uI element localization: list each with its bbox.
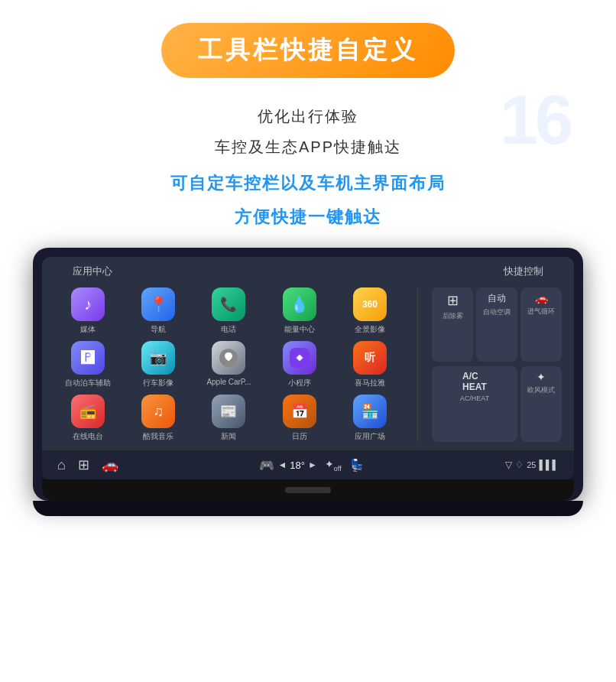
- list-item[interactable]: 📰 新闻: [195, 395, 262, 442]
- list-item[interactable]: 🅿 自动泊车辅助: [54, 341, 122, 388]
- app-label-news: 新闻: [221, 431, 236, 442]
- subtitle-line4: 方便快捷一键触达: [170, 200, 446, 234]
- app-icon-dashcam: 📷: [141, 341, 175, 375]
- subtitle-line2: 车控及生态APP快捷触达: [170, 132, 446, 162]
- app-label-phone: 电话: [221, 324, 236, 335]
- grid-icon[interactable]: ⊞: [78, 456, 89, 473]
- ctrl-rear-fog-label: 后除雾: [443, 311, 463, 321]
- app-label-miniapp: 小程序: [288, 378, 311, 388]
- air-intake-icon: 🚗: [535, 292, 548, 304]
- app-center-label: 应用中心: [73, 265, 112, 278]
- list-item[interactable]: Apple CarP...: [195, 341, 262, 388]
- car-icon[interactable]: 🚗: [102, 456, 118, 473]
- signal-value: 25: [527, 460, 536, 469]
- home-icon[interactable]: ⌂: [57, 457, 66, 473]
- app-icon-energy: 💧: [283, 287, 316, 321]
- app-icon-appstore: 🏪: [353, 395, 387, 428]
- app-icon-radio: 📻: [71, 395, 105, 428]
- list-item[interactable]: 听 喜马拉雅: [336, 341, 404, 388]
- watermark: 16: [500, 86, 570, 154]
- signal-area: ▽ ♢ 25 ▌▌▌: [505, 460, 559, 470]
- app-area: ♪ 媒体 📍 导航 📞 电话 💧 能量中心: [42, 283, 574, 450]
- wifi-icon: ▽: [505, 460, 512, 470]
- ctrl-ac-heat[interactable]: A/CHEAT AC/HEAT: [432, 366, 517, 443]
- car-screen-wrapper: 应用中心 快捷控制 ♪ 媒体 📍 导航 📞: [33, 248, 583, 516]
- app-label-media: 媒体: [80, 324, 96, 335]
- temp-arrow-left[interactable]: ◄: [277, 460, 287, 470]
- ctrl-wind-mode-label: 欧风模式: [527, 385, 555, 395]
- app-label-appstore: 应用广场: [355, 431, 385, 442]
- temp-value: 18°: [290, 460, 305, 471]
- list-item[interactable]: 📅 日历: [266, 395, 333, 442]
- app-icon-nav: 📍: [141, 287, 175, 321]
- rear-fog-icon: ⊞: [447, 292, 459, 309]
- subtitle-block: 16 优化出行体验 车控及生态APP快捷触达 可自定车控栏以及车机主界面布局 方…: [0, 101, 616, 234]
- signal-bar-icon: ▌▌▌: [539, 460, 559, 470]
- list-item[interactable]: 小程序: [266, 341, 333, 388]
- ctrl-auto-ac[interactable]: 自动 自动空调: [476, 287, 517, 362]
- quick-control-panel: ⊞ 后除雾 自动 自动空调 🚗 进气循环 A/CHEAT AC/HEAT: [432, 287, 562, 442]
- ac-heat-icon: A/CHEAT: [462, 371, 487, 392]
- toolbar-left: ⌂ ⊞ 🚗: [57, 456, 118, 473]
- signal-bars: ♢: [515, 460, 524, 470]
- subtitle-line1: 优化出行体验: [170, 101, 446, 132]
- seat-icon[interactable]: 💺: [349, 458, 365, 473]
- list-item[interactable]: 📍 导航: [125, 287, 192, 335]
- app-label-dashcam: 行车影像: [143, 378, 173, 388]
- temp-arrow-right[interactable]: ►: [308, 460, 317, 470]
- list-item[interactable]: 360 全景影像: [336, 287, 404, 335]
- bezel-button[interactable]: [285, 487, 331, 493]
- car-screen-inner: 应用中心 快捷控制 ♪ 媒体 📍 导航 📞: [42, 257, 574, 479]
- app-icon-media: ♪: [71, 287, 105, 321]
- app-icon-kuwo: ♫: [141, 395, 175, 428]
- app-label-calendar: 日历: [292, 431, 307, 442]
- ctrl-ac-heat-label: AC/HEAT: [460, 395, 489, 402]
- app-label-ximalaya: 喜马拉雅: [355, 378, 385, 388]
- title-text: 工具栏快捷自定义: [198, 36, 418, 63]
- app-label-radio: 在线电台: [73, 431, 103, 442]
- app-icon-ximalaya: 听: [353, 341, 387, 375]
- app-icon-carplay: [212, 341, 245, 375]
- toolbar-center: 🎮 ◄ 18° ► ✦off 💺: [259, 458, 364, 473]
- app-label-carplay: Apple CarP...: [206, 378, 251, 386]
- helmet-icon: 🎮: [259, 458, 274, 473]
- app-label-energy: 能量中心: [284, 324, 315, 335]
- app-icon-news: 📰: [212, 395, 245, 428]
- ctrl-wind-mode[interactable]: ✦ 欧风模式: [520, 366, 562, 443]
- list-item[interactable]: 🏪 应用广场: [336, 395, 404, 442]
- ctrl-auto-ac-label: 自动空调: [483, 307, 511, 317]
- list-item[interactable]: 📞 电话: [195, 287, 262, 335]
- auto-ac-icon: 自动: [488, 292, 506, 305]
- ctrl-air-intake-label: 进气循环: [527, 307, 555, 317]
- toolbar-right: ▽ ♢ 25 ▌▌▌: [505, 460, 559, 470]
- app-label-parking: 自动泊车辅助: [65, 378, 111, 388]
- quick-control-label: 快捷控制: [504, 265, 543, 278]
- app-icon-360: 360: [353, 287, 387, 321]
- vertical-divider: [417, 287, 418, 442]
- title-badge: 工具栏快捷自定义: [161, 23, 455, 78]
- list-item[interactable]: 📷 行车影像: [125, 341, 192, 388]
- list-item[interactable]: ♪ 媒体: [54, 287, 122, 335]
- app-label-360: 全景影像: [355, 324, 385, 335]
- list-item[interactable]: ♫ 酷我音乐: [125, 395, 192, 442]
- app-icon-phone: 📞: [212, 287, 245, 321]
- screen-header: 应用中心 快捷控制: [42, 257, 574, 283]
- car-bezel-bottom: [42, 479, 574, 501]
- ctrl-air-intake[interactable]: 🚗 进气循环: [520, 287, 562, 362]
- app-icon-miniapp: [283, 341, 316, 375]
- physical-bar: [33, 501, 583, 516]
- ctrl-rear-fog[interactable]: ⊞ 后除雾: [432, 287, 473, 362]
- list-item[interactable]: 💧 能量中心: [266, 287, 333, 335]
- bottom-toolbar: ⌂ ⊞ 🚗 🎮 ◄ 18° ► ✦off 💺 ▽: [42, 450, 574, 479]
- app-label-nav: 导航: [151, 324, 166, 335]
- fan-icon[interactable]: ✦off: [325, 458, 342, 473]
- app-grid: ♪ 媒体 📍 导航 📞 电话 💧 能量中心: [54, 287, 404, 442]
- car-screen-outer: 应用中心 快捷控制 ♪ 媒体 📍 导航 📞: [33, 248, 583, 501]
- list-item[interactable]: 📻 在线电台: [54, 395, 122, 442]
- wind-mode-icon: ✦: [537, 371, 546, 383]
- app-icon-calendar: 📅: [283, 395, 316, 428]
- app-icon-parking: 🅿: [71, 341, 105, 375]
- app-label-kuwo: 酷我音乐: [143, 431, 173, 442]
- temp-control-left: 🎮 ◄ 18° ►: [259, 458, 316, 473]
- subtitle-line3: 可自定车控栏以及车机主界面布局: [170, 167, 446, 200]
